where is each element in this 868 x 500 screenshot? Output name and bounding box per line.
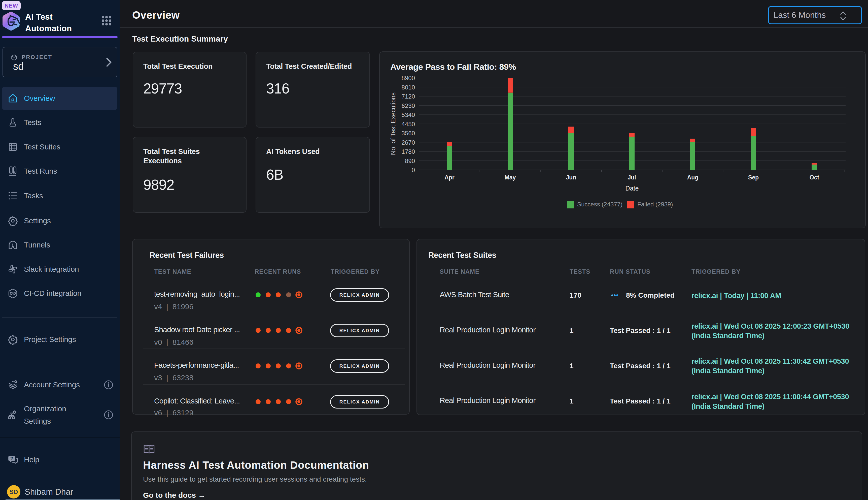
svg-text:4450: 4450 <box>402 121 415 127</box>
svg-text:7120: 7120 <box>402 93 415 100</box>
svg-text:Sep: Sep <box>748 174 759 181</box>
svg-text:3560: 3560 <box>402 130 415 137</box>
svg-text:May: May <box>505 174 516 181</box>
svg-text:Success (24377): Success (24377) <box>577 201 622 208</box>
svg-text:Failed (2939): Failed (2939) <box>637 201 673 208</box>
svg-text:8900: 8900 <box>402 75 415 81</box>
svg-text:8010: 8010 <box>402 84 415 91</box>
svg-text:Oct: Oct <box>810 174 819 181</box>
svg-text:No. of Test Executions: No. of Test Executions <box>389 92 397 155</box>
svg-text:2670: 2670 <box>402 139 415 146</box>
svg-text:1780: 1780 <box>402 148 415 155</box>
svg-text:0: 0 <box>412 167 415 173</box>
svg-text:?: ? <box>10 456 13 461</box>
svg-text:Apr: Apr <box>444 174 455 181</box>
svg-text:890: 890 <box>405 158 415 164</box>
svg-text:Aug: Aug <box>687 174 699 181</box>
svg-text:Date: Date <box>625 185 639 192</box>
svg-text:5340: 5340 <box>402 111 415 118</box>
svg-text:Jun: Jun <box>566 174 576 181</box>
svg-text:6230: 6230 <box>402 102 415 109</box>
svg-text:Jul: Jul <box>627 174 636 181</box>
